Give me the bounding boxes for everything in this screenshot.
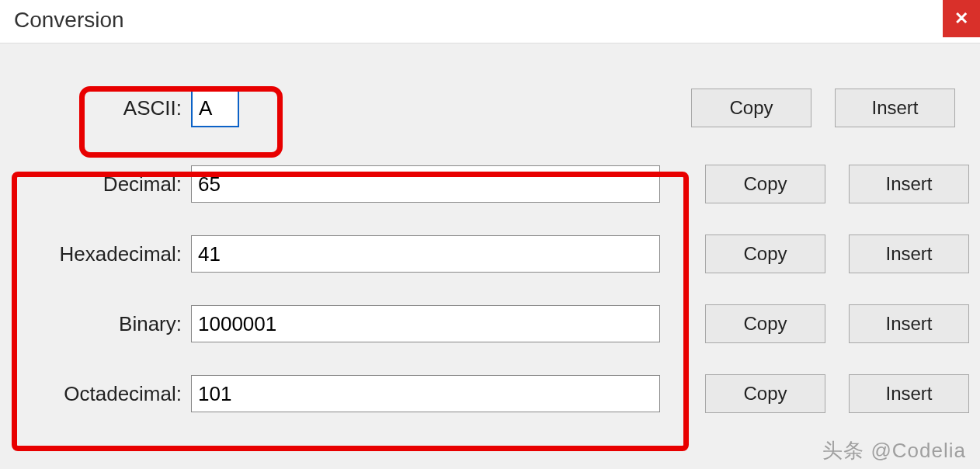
copy-button-octal[interactable]: Copy — [705, 374, 825, 413]
octal-input[interactable] — [191, 375, 660, 412]
ascii-input[interactable] — [191, 89, 239, 127]
insert-button-binary[interactable]: Insert — [849, 304, 969, 343]
close-icon: ✕ — [954, 9, 968, 29]
row-hex: Hexadecimal: Copy Insert — [11, 234, 969, 273]
row-octal: Octadecimal: Copy Insert — [11, 374, 969, 413]
insert-button-hex[interactable]: Insert — [849, 234, 969, 273]
content-area: ASCII: Copy Insert Decimal: Copy Insert … — [0, 43, 980, 452]
octal-label: Octadecimal: — [11, 382, 191, 406]
binary-label: Binary: — [11, 312, 191, 336]
ascii-buttons: Copy Insert — [691, 89, 955, 127]
copy-button-binary[interactable]: Copy — [705, 304, 825, 343]
row-ascii: ASCII: Copy Insert — [11, 89, 969, 127]
row-binary: Binary: Copy Insert — [11, 304, 969, 343]
hex-label: Hexadecimal: — [11, 242, 191, 266]
insert-button-octal[interactable]: Insert — [849, 374, 969, 413]
row-decimal: Decimal: Copy Insert — [11, 165, 969, 203]
copy-button-decimal[interactable]: Copy — [705, 165, 825, 203]
decimal-buttons: Copy Insert — [705, 165, 969, 203]
page-title: Conversion — [0, 0, 138, 40]
hex-buttons: Copy Insert — [705, 234, 969, 273]
copy-button-ascii[interactable]: Copy — [691, 89, 811, 127]
octal-buttons: Copy Insert — [705, 374, 969, 413]
insert-button-ascii[interactable]: Insert — [835, 89, 955, 127]
titlebar: Conversion ✕ — [0, 0, 980, 43]
hex-input[interactable] — [191, 235, 660, 273]
decimal-label: Decimal: — [11, 172, 191, 196]
decimal-input[interactable] — [191, 165, 660, 203]
close-button[interactable]: ✕ — [943, 0, 980, 37]
binary-input[interactable] — [191, 305, 660, 342]
insert-button-decimal[interactable]: Insert — [849, 165, 969, 203]
ascii-label: ASCII: — [11, 96, 191, 120]
copy-button-hex[interactable]: Copy — [705, 234, 825, 273]
binary-buttons: Copy Insert — [705, 304, 969, 343]
